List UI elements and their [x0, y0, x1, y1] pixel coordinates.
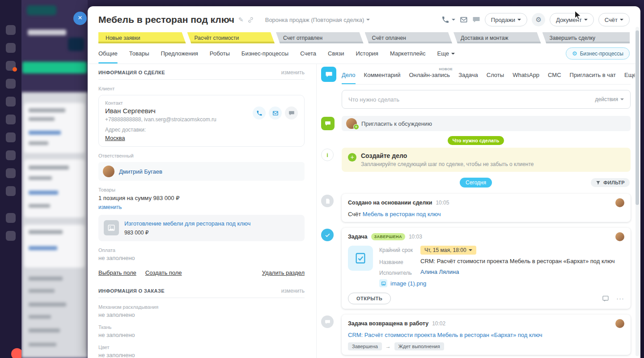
- actions-dropdown[interactable]: действия: [595, 96, 624, 102]
- document-dropdown-button[interactable]: Документ: [550, 13, 594, 26]
- comment-square-icon[interactable]: [602, 295, 609, 302]
- tab-history[interactable]: История: [356, 43, 378, 64]
- deal-info-section-header: ИНФОРМАЦИЯ О СДЕЛКЕ изменить: [98, 69, 305, 76]
- more-menu-icon[interactable]: ···: [616, 296, 624, 301]
- tab-marketplace[interactable]: Маркетплейс: [390, 43, 426, 64]
- deal-info-edit-link[interactable]: изменить: [281, 69, 305, 76]
- products-edit-link[interactable]: изменить: [98, 204, 122, 210]
- ttab-online-booking[interactable]: Онлайн-запись НОВОЕ: [409, 66, 450, 84]
- ttab-task[interactable]: Задача: [458, 66, 478, 84]
- responsible-row[interactable]: Дмитрий Бугаев: [98, 162, 305, 181]
- tab-business-processes[interactable]: Бизнес-процессы: [242, 43, 288, 64]
- funnel-selector[interactable]: Воронка продаж (Повторная сделка): [265, 17, 370, 23]
- ttab-sms[interactable]: СМС: [548, 66, 561, 84]
- client-label: Клиент: [98, 86, 305, 91]
- address-value-link[interactable]: Москва: [105, 135, 125, 141]
- pipeline-stages: Новые заявки Расчёт стоимости Счет отпра…: [98, 32, 630, 43]
- product-name-link[interactable]: Изготовление мебели для ресторана под кл…: [124, 220, 250, 227]
- entry-time: 10:05: [436, 200, 449, 206]
- ttab-whatsapp[interactable]: WhatsApp: [513, 66, 539, 84]
- payment-value: не заполнено: [98, 255, 305, 261]
- phone-icon[interactable]: [441, 16, 455, 24]
- email-icon[interactable]: [460, 16, 468, 24]
- assignee-link[interactable]: Алина Лялина: [420, 268, 459, 275]
- stage-delivery[interactable]: Доставка и монтаж: [453, 32, 541, 43]
- timeline-icon-cell: [321, 66, 342, 82]
- entry-avatar[interactable]: [615, 198, 624, 207]
- tab-more[interactable]: Еще: [437, 43, 455, 64]
- business-processes-button[interactable]: ⚙ Бизнес-процессы: [566, 47, 630, 60]
- task-link[interactable]: CRM: Расчёт стоимости проекта Мебель в р…: [348, 332, 542, 338]
- sidebar-app-icon: [6, 186, 16, 196]
- divider: [98, 298, 305, 298]
- todo-input[interactable]: [348, 96, 595, 103]
- entry-avatar[interactable]: [615, 319, 624, 328]
- tab-invoices[interactable]: Счета: [300, 43, 316, 64]
- create-field-link[interactable]: Создать поле: [145, 269, 182, 276]
- ttab-slots[interactable]: Слоты: [487, 66, 504, 84]
- copy-link-icon[interactable]: [248, 17, 254, 23]
- tab-quotes[interactable]: Предложения: [161, 43, 198, 64]
- task-fields: Крайний срок Чт, 15 мая, 18:00 Название …: [379, 246, 624, 287]
- close-slider-button[interactable]: ×: [73, 12, 87, 25]
- image-file-icon: [379, 279, 387, 287]
- chat-icon[interactable]: [472, 16, 480, 24]
- contact-info: Контакт Иван Сергеевич +78888888888, iva…: [105, 100, 253, 141]
- add-activity-icon[interactable]: +: [348, 153, 356, 162]
- tab-general[interactable]: Общие: [98, 43, 118, 64]
- call-contact-icon[interactable]: [253, 107, 266, 119]
- edit-title-icon[interactable]: ✎: [238, 16, 244, 23]
- attachment-row[interactable]: image (1).png: [379, 279, 624, 287]
- close-icon: ×: [78, 13, 82, 22]
- new-badge: НОВОЕ: [439, 67, 453, 71]
- filter-button[interactable]: ФИЛЬТР: [591, 178, 630, 187]
- invoice-link[interactable]: Мебель в ресторан под ключ: [363, 211, 441, 217]
- chevron-down-icon: [584, 19, 588, 22]
- order-field-value: не заполнено: [98, 332, 305, 338]
- scrollbar-thumb[interactable]: [636, 30, 639, 205]
- stage-invoice-sent[interactable]: Счет отправлен: [276, 32, 364, 43]
- background-kanban: [21, 0, 88, 358]
- scrollbar-track[interactable]: [636, 27, 639, 356]
- entry-time: 10:02: [432, 320, 445, 327]
- background-button: [27, 5, 56, 15]
- stage-invoice-paid[interactable]: Счёт оплачен: [365, 32, 453, 43]
- screen: × Мебель в ресторан под ключ ✎ Воронка п…: [0, 0, 644, 358]
- gear-icon: ⚙: [535, 16, 541, 24]
- address-label: Адрес доставки:: [105, 127, 253, 133]
- activity-chat-icon: [321, 67, 336, 82]
- order-info-edit-link[interactable]: изменить: [281, 288, 305, 294]
- chevron-down-icon: [620, 98, 624, 102]
- settings-gear-button[interactable]: ⚙: [532, 13, 545, 26]
- tab-links[interactable]: Связи: [328, 43, 344, 64]
- entry-title: Задача возвращена в работу: [348, 320, 428, 327]
- stage-new[interactable]: Новые заявки: [98, 32, 186, 43]
- sales-dropdown-button[interactable]: Продажи: [485, 13, 527, 26]
- ttab-more[interactable]: Еще: [624, 66, 635, 84]
- sidebar-app-icon: [6, 132, 16, 142]
- choose-field-link[interactable]: Выбрать поле: [98, 269, 136, 276]
- tab-robots[interactable]: Роботы: [210, 43, 230, 64]
- task-name-link[interactable]: CRM: Расчёт стоимости проекта Мебель в р…: [420, 258, 615, 264]
- sidebar-app-icon: [6, 168, 16, 178]
- tab-products[interactable]: Товары: [129, 43, 149, 64]
- entry-title: Задача: [348, 234, 368, 240]
- order-field-label: Цвет: [98, 345, 305, 350]
- delete-section-link[interactable]: Удалить раздел: [262, 269, 305, 276]
- task-card: Задача ЗАВЕРШЕНА 10:03 Крайний сро: [342, 228, 631, 309]
- deadline-value[interactable]: Чт, 15 мая, 18:00: [420, 246, 476, 255]
- invoice-dropdown-button[interactable]: Счёт: [598, 13, 630, 26]
- timeline-icon-cell: [321, 194, 342, 207]
- stage-close[interactable]: Завершить сделку: [542, 32, 630, 43]
- ttab-invite-chat[interactable]: Пригласить в чат: [570, 66, 616, 84]
- email-contact-icon[interactable]: [269, 107, 282, 119]
- stage-estimate[interactable]: Расчёт стоимости: [187, 32, 275, 43]
- ttab-activity[interactable]: Дело: [342, 66, 356, 84]
- chat-contact-icon[interactable]: [285, 107, 298, 119]
- open-task-button[interactable]: ОТКРЫТЬ: [348, 293, 391, 304]
- entry-avatar[interactable]: [615, 232, 624, 241]
- ttab-comment[interactable]: Комментарий: [364, 66, 401, 84]
- invite-to-discussion[interactable]: + Пригласить к обсуждению: [342, 116, 631, 131]
- attachment-link[interactable]: image (1).png: [390, 280, 426, 287]
- responsible-name-link[interactable]: Дмитрий Бугаев: [119, 168, 162, 175]
